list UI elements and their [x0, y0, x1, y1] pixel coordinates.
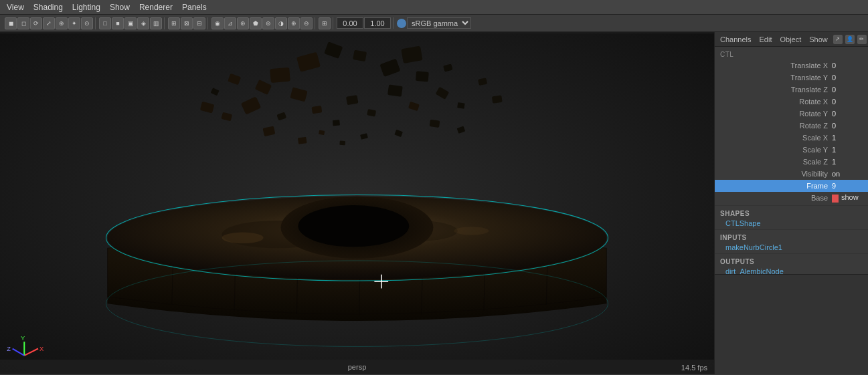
colorspace-select[interactable]: sRGB gamma	[407, 17, 471, 29]
attr-row-frame[interactable]: Frame 9	[715, 180, 868, 192]
main-layout: X Y Z persp 14.5 fps Channels Edit Objec…	[0, 32, 868, 374]
attr-label-scale-x: Scale X	[717, 134, 832, 142]
toolbar-btn-light[interactable]: ◈	[137, 17, 149, 29]
toolbar-btn-sel5[interactable]: ⊜	[262, 17, 274, 29]
toolbar-btn-cam[interactable]: ⊞	[319, 17, 331, 29]
attr-label-translate-y: Translate Y	[717, 74, 832, 82]
menu-show[interactable]: Show	[106, 1, 134, 13]
menu-panels[interactable]: Panels	[178, 1, 211, 13]
svg-rect-43	[339, 140, 345, 145]
scene-container: X Y Z	[0, 32, 714, 374]
section-ctl: CTL	[715, 49, 868, 59]
toolbar-btn-wire[interactable]: □	[99, 17, 111, 29]
attr-label-rotate-z: Rotate Z	[717, 122, 832, 130]
menu-view[interactable]: View	[3, 1, 28, 13]
divider-3	[715, 253, 868, 254]
section-outputs: OUTPUTS	[715, 255, 868, 267]
attr-row-base: Base show	[715, 192, 868, 204]
attr-row-rotate-y: Rotate Y 0	[715, 108, 868, 120]
toolbar-group-display: □ ■ ▣ ◈ ▥	[97, 17, 165, 29]
toolbar-input-val2[interactable]	[364, 17, 391, 29]
toolbar-btn-sel3[interactable]: ⊛	[237, 17, 249, 29]
toolbar-btn-snap3[interactable]: ⊟	[193, 17, 205, 29]
toolbar-btn-sel6[interactable]: ◑	[275, 17, 287, 29]
toolbar-btn-2[interactable]: ◻	[17, 17, 29, 29]
toolbar-btn-7[interactable]: ⊙	[81, 17, 93, 29]
attr-label-rotate-y: Rotate Y	[717, 110, 832, 118]
divider-1	[715, 205, 868, 206]
attr-value-translate-x: 0	[832, 61, 865, 70]
tab-object[interactable]: Object	[777, 35, 804, 44]
toolbar-btn-sel8[interactable]: ⊖	[300, 17, 313, 29]
toolbar-btn-sel4[interactable]: ⬟	[250, 17, 262, 29]
attr-value-translate-y: 0	[832, 74, 865, 82]
attr-panel[interactable]: CTL Translate X 0 Translate Y 0 Translat…	[715, 47, 868, 274]
toolbar-btn-1[interactable]: ◼	[5, 17, 17, 29]
svg-rect-50	[492, 95, 503, 103]
fps-display: 14.5 fps	[681, 364, 707, 372]
attr-row-scale-z: Scale Z 1	[715, 156, 868, 168]
attr-value-frame: 9	[832, 182, 865, 190]
toolbar-group-colorspace: sRGB gamma	[395, 17, 473, 29]
toolbar-btn-6[interactable]: ✦	[68, 17, 80, 29]
toolbar-btn-sel7[interactable]: ⊕	[288, 17, 300, 29]
toolbar-btn-sel1[interactable]: ◉	[211, 17, 224, 29]
toolbar-btn-solid[interactable]: ■	[112, 17, 124, 29]
toolbar-btn-snap1[interactable]: ⊞	[168, 17, 180, 29]
node-make-nurb[interactable]: makeNurbCircle1	[715, 243, 868, 252]
toolbar-btn-sel2[interactable]: ⊿	[224, 17, 236, 29]
menu-shading[interactable]: Shading	[29, 1, 67, 13]
panel-icon-3[interactable]: ✏	[857, 35, 867, 44]
toolbar-btn-5[interactable]: ⊕	[56, 17, 68, 29]
attr-row-rotate-z: Rotate Z 0	[715, 120, 868, 132]
svg-text:X: X	[39, 346, 44, 352]
right-panel: Channels Edit Object Show ↗ 👤 ✏ CTL Tran…	[714, 32, 868, 374]
svg-point-16	[454, 227, 489, 235]
toolbar-btn-3[interactable]: ⟳	[30, 17, 42, 29]
attr-label-rotate-x: Rotate X	[717, 98, 832, 106]
node-ctl-shape[interactable]: CTLShape	[715, 219, 868, 228]
tab-show[interactable]: Show	[806, 35, 831, 44]
menu-lighting[interactable]: Lighting	[68, 1, 104, 13]
menu-renderer[interactable]: Renderer	[135, 1, 177, 13]
divider-2	[715, 229, 868, 230]
scene-svg: X Y Z	[0, 32, 714, 374]
toolbar-btn-textured[interactable]: ▣	[124, 17, 137, 29]
panel-tabs: Channels Edit Object Show ↗ 👤 ✏	[715, 32, 868, 47]
toolbar-group-select: ◉ ⊿ ⊛ ⬟ ⊜ ◑ ⊕ ⊖	[209, 17, 315, 29]
attr-value-translate-z: 0	[832, 86, 865, 94]
viewport[interactable]: X Y Z persp 14.5 fps	[0, 32, 714, 374]
attr-row-rotate-x: Rotate X 0	[715, 96, 868, 108]
svg-rect-27	[387, 85, 403, 97]
attr-row-scale-y: Scale Y 1	[715, 144, 868, 156]
attr-value-scale-x: 1	[832, 134, 865, 142]
panel-icon-1[interactable]: ↗	[833, 35, 843, 44]
attr-label-translate-x: Translate X	[717, 61, 832, 70]
base-indicator	[832, 195, 839, 203]
attr-value-visibility: on	[832, 170, 865, 178]
toolbar-btn-4[interactable]: ⤢	[43, 17, 55, 29]
attr-row-scale-x: Scale X 1	[715, 132, 868, 144]
attr-label-translate-z: Translate Z	[717, 86, 832, 94]
node-dirt-alembic[interactable]: dirt_AlembicNode	[715, 267, 868, 274]
svg-text:Z: Z	[7, 346, 11, 352]
attr-row-translate-y: Translate Y 0	[715, 72, 868, 84]
svg-rect-37	[457, 102, 464, 109]
toolbar-btn-snap2[interactable]: ⊠	[181, 17, 193, 29]
attr-label-scale-y: Scale Y	[717, 146, 832, 154]
svg-rect-34	[333, 120, 340, 126]
toolbar-btn-cs[interactable]	[397, 19, 406, 28]
toolbar-btn-render[interactable]: ▥	[150, 17, 162, 29]
attr-value-rotate-x: 0	[832, 98, 865, 106]
toolbar-input-val1[interactable]	[337, 17, 363, 29]
panel-icons: ↗ 👤 ✏	[833, 35, 867, 44]
attr-label-frame: Frame	[717, 182, 832, 190]
attr-label-base: Base	[717, 194, 832, 202]
attr-label-scale-z: Scale Z	[717, 158, 832, 166]
svg-point-14	[298, 205, 409, 247]
tab-edit[interactable]: Edit	[756, 35, 774, 44]
panel-icon-2[interactable]: 👤	[845, 35, 855, 44]
tab-channels[interactable]: Channels	[717, 35, 754, 44]
section-inputs: INPUTS	[715, 231, 868, 243]
attr-label-visibility: Visibility	[717, 170, 832, 178]
